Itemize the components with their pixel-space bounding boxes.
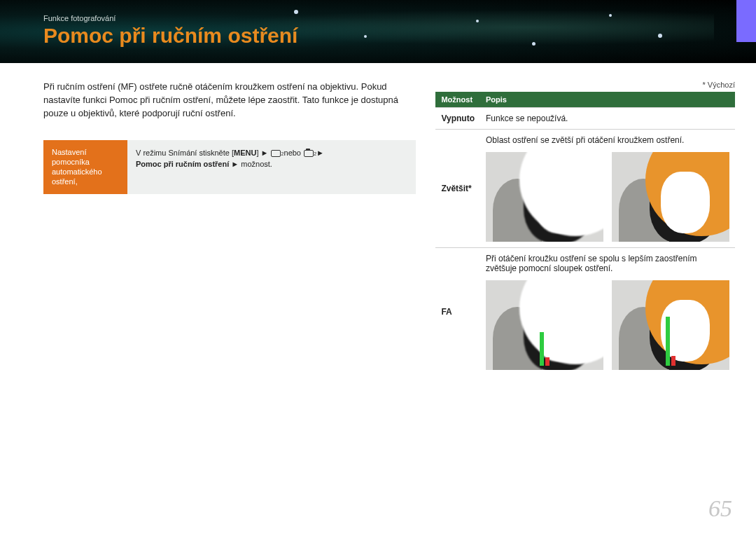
- thumb-fa-after: [612, 280, 729, 370]
- or-text: nebo: [281, 149, 303, 157]
- desc-fa-text: Při otáčení kroužku ostření se spolu s l…: [486, 254, 696, 273]
- page-header: Funkce fotografování Pomoc při ručním os…: [0, 0, 756, 63]
- default-note: * Výchozí: [435, 81, 735, 89]
- content: Při ručním ostření (MF) ostřete ručně ot…: [43, 81, 735, 376]
- opt-fa: FA: [435, 248, 480, 376]
- setting-body-prefix: V režimu Snímání stiskněte [: [136, 149, 234, 157]
- table-row: Zvětšit* Oblast ostření se zvětší při ot…: [435, 130, 735, 248]
- table-row: Vypnuto Funkce se nepoužívá.: [435, 108, 735, 130]
- setting-name: Pomoc při ručním ostření: [136, 160, 229, 168]
- arrow1: ] ►: [256, 149, 270, 157]
- thumb-zoom-after: [612, 152, 729, 242]
- thumb-fa-before: [486, 280, 603, 370]
- page-title: Pomoc při ručním ostření: [43, 24, 756, 48]
- side-tab[interactable]: [736, 0, 756, 42]
- menu-key: MENU: [234, 149, 256, 157]
- focus-bar-high: [666, 317, 676, 366]
- desc-zoom-text: Oblast ostření se zvětší při otáčení kro…: [486, 135, 684, 145]
- opt-off: Vypnuto: [435, 108, 480, 130]
- page-number: 65: [708, 495, 732, 522]
- desc-off: Funkce se nepoužívá.: [480, 108, 735, 130]
- breadcrumb: Funkce fotografování: [43, 14, 756, 22]
- setting-label: Nastavení pomocníka automatického ostřen…: [43, 140, 127, 194]
- setting-row: Nastavení pomocníka automatického ostřen…: [43, 140, 416, 194]
- desc-zoom: Oblast ostření se zvětší při otáčení kro…: [480, 130, 735, 248]
- options-table: Možnost Popis Vypnuto Funkce se nepoužív…: [435, 92, 735, 376]
- th-option: Možnost: [435, 92, 480, 108]
- opt-zoom: Zvětšit*: [435, 130, 480, 248]
- table-row: FA Při otáčení kroužku ostření se spolu …: [435, 248, 735, 376]
- setting-body: V režimu Snímání stiskněte [MENU] ► nebo…: [127, 140, 416, 194]
- focus-bar-low: [540, 332, 550, 366]
- intro-text: Při ručním ostření (MF) ostřete ručně ot…: [43, 81, 416, 121]
- camera-icon: [271, 150, 281, 157]
- camcorder-icon: [304, 150, 314, 157]
- desc-fa: Při otáčení kroužku ostření se spolu s l…: [480, 248, 735, 376]
- setting-suffix: ► možnost.: [229, 160, 272, 168]
- thumb-zoom-before: [486, 152, 603, 242]
- th-desc: Popis: [480, 92, 735, 108]
